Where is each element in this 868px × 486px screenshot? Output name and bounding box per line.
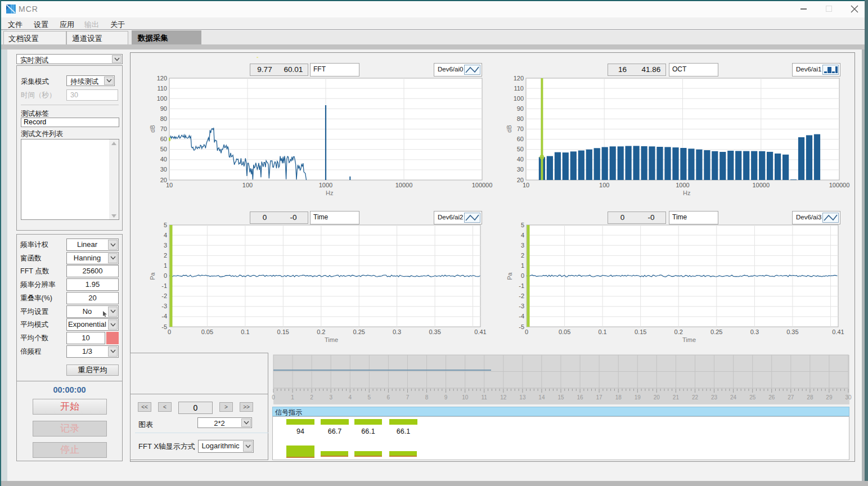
svg-text:0.41: 0.41 [474,328,486,335]
svg-text:0.15: 0.15 [635,328,646,335]
svg-text:4: 4 [164,232,167,238]
svg-text:-2: -2 [161,292,167,299]
svg-text:10: 10 [166,182,173,188]
svg-text:20: 20 [654,394,660,400]
svg-text:100000: 100000 [829,182,850,188]
svg-text:0.25: 0.25 [353,328,365,335]
svg-text:0.41: 0.41 [832,328,844,335]
svg-text:6: 6 [387,394,390,400]
svg-text:120: 120 [157,75,167,82]
svg-text:30: 30 [160,166,167,173]
svg-text:50: 50 [160,146,167,152]
svg-text:3: 3 [329,394,332,400]
svg-text:8: 8 [425,394,429,400]
svg-text:0.1: 0.1 [241,328,249,335]
svg-text:0.1: 0.1 [598,328,606,335]
svg-text:5: 5 [521,222,524,228]
svg-text:0: 0 [272,394,275,400]
svg-text:dB: dB [149,125,156,132]
svg-text:16: 16 [577,394,584,400]
svg-text:60: 60 [517,136,524,142]
svg-text:120: 120 [514,75,524,82]
svg-text:19: 19 [635,394,641,400]
svg-text:1: 1 [291,394,294,400]
svg-text:18: 18 [615,394,622,400]
svg-text:0.35: 0.35 [429,328,440,335]
svg-text:7: 7 [406,394,410,400]
svg-text:0.05: 0.05 [559,328,570,335]
svg-text:-3: -3 [161,303,167,309]
svg-text:80: 80 [160,115,167,122]
svg-text:90: 90 [160,105,167,112]
svg-text:3: 3 [164,242,167,249]
svg-text:30: 30 [517,166,524,173]
svg-text:0: 0 [521,272,524,279]
svg-text:28: 28 [807,394,813,400]
svg-text:2: 2 [310,394,313,400]
svg-text:Pa: Pa [149,272,156,280]
svg-text:0.3: 0.3 [393,328,401,335]
svg-text:dB: dB [506,125,512,132]
svg-text:14: 14 [538,394,545,400]
svg-text:27: 27 [788,394,794,400]
svg-text:100: 100 [157,95,167,102]
svg-text:100000: 100000 [472,182,493,188]
svg-text:29: 29 [826,394,833,400]
svg-text:23: 23 [711,394,718,400]
svg-text:0: 0 [525,328,528,335]
svg-text:0.3: 0.3 [750,328,759,335]
svg-text:-1: -1 [519,282,524,289]
svg-text:1: 1 [164,262,167,269]
svg-text:10: 10 [523,182,529,188]
svg-text:-2: -2 [519,292,524,299]
svg-text:50: 50 [517,146,524,152]
svg-text:5: 5 [368,394,371,400]
svg-text:Time: Time [682,336,696,343]
svg-text:100: 100 [514,95,524,102]
svg-text:10000: 10000 [395,182,413,188]
svg-text:5: 5 [164,222,167,228]
svg-text:-4: -4 [519,313,524,320]
svg-text:0.15: 0.15 [277,328,289,335]
svg-text:1000: 1000 [319,182,332,188]
svg-text:25: 25 [749,394,756,400]
svg-text:0.05: 0.05 [201,328,213,335]
svg-text:70: 70 [160,125,167,132]
svg-text:30: 30 [845,394,852,400]
svg-text:24: 24 [730,394,737,400]
svg-text:-1: -1 [161,282,167,289]
svg-text:10000: 10000 [753,182,770,188]
svg-text:70: 70 [517,125,524,132]
svg-text:Pa: Pa [506,272,513,280]
svg-text:110: 110 [157,85,167,92]
svg-text:Time: Time [325,336,338,343]
svg-text:26: 26 [768,394,775,400]
svg-text:80: 80 [517,115,524,122]
svg-text:15: 15 [557,394,564,400]
svg-text:-4: -4 [161,313,167,320]
svg-text:22: 22 [692,394,699,400]
svg-text:Hz: Hz [683,190,690,196]
svg-text:17: 17 [596,394,603,400]
svg-text:40: 40 [517,156,524,163]
svg-text:90: 90 [517,105,524,112]
svg-text:0.2: 0.2 [674,328,683,335]
svg-text:Hz: Hz [326,190,333,196]
svg-text:110: 110 [514,85,524,92]
svg-text:11: 11 [482,394,488,400]
svg-text:1: 1 [521,262,524,269]
svg-text:3: 3 [521,242,524,249]
svg-text:-5: -5 [161,323,167,330]
svg-text:4: 4 [349,394,352,400]
svg-text:0: 0 [168,328,171,335]
svg-text:0.2: 0.2 [317,328,325,335]
svg-text:100: 100 [599,182,609,188]
svg-text:12: 12 [500,394,507,400]
svg-text:1000: 1000 [676,182,689,188]
svg-text:9: 9 [444,394,448,400]
svg-text:21: 21 [673,394,680,400]
svg-text:0: 0 [164,272,167,279]
svg-text:-5: -5 [519,323,524,330]
svg-text:0.35: 0.35 [786,328,798,335]
svg-text:2: 2 [164,252,167,259]
